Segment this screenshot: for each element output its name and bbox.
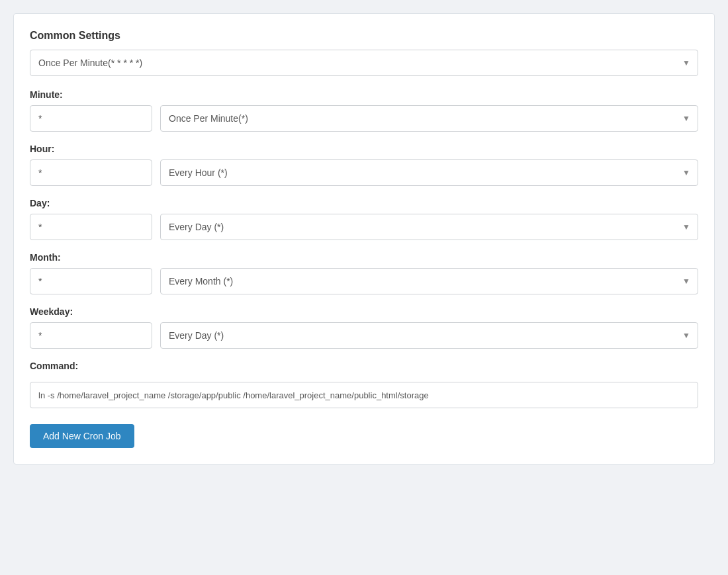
minute-select-wrapper: Once Per Minute(*) ▼ — [160, 105, 698, 132]
weekday-select-wrapper: Every Day (*) ▼ — [160, 322, 698, 349]
day-row: Every Day (*) ▼ — [30, 214, 698, 240]
weekday-field-group: Weekday: Every Day (*) ▼ — [30, 306, 698, 349]
month-row: Every Month (*) ▼ — [30, 268, 698, 294]
weekday-label: Weekday: — [30, 306, 698, 317]
weekday-input[interactable] — [30, 322, 152, 349]
command-input[interactable] — [30, 382, 698, 408]
add-cron-job-button[interactable]: Add New Cron Job — [30, 424, 134, 448]
hour-input[interactable] — [30, 159, 152, 186]
common-select[interactable]: Once Per Minute(* * * * *) — [30, 50, 698, 76]
command-label: Command: — [30, 361, 698, 371]
minute-input[interactable] — [30, 105, 152, 132]
day-select[interactable]: Every Day (*) — [160, 214, 698, 240]
common-settings-row: Once Per Minute(* * * * *) ▼ — [30, 50, 698, 76]
day-field-group: Day: Every Day (*) ▼ — [30, 198, 698, 240]
hour-label: Hour: — [30, 144, 698, 154]
minute-row: Once Per Minute(*) ▼ — [30, 105, 698, 132]
weekday-row: Every Day (*) ▼ — [30, 322, 698, 349]
cron-settings-panel: Common Settings Once Per Minute(* * * * … — [13, 13, 715, 464]
month-input[interactable] — [30, 268, 152, 294]
minute-label: Minute: — [30, 89, 698, 100]
day-select-wrapper: Every Day (*) ▼ — [160, 214, 698, 240]
command-section: Command: — [30, 361, 698, 408]
hour-select-wrapper: Every Hour (*) ▼ — [160, 159, 698, 186]
month-select[interactable]: Every Month (*) — [160, 268, 698, 294]
common-select-wrapper: Once Per Minute(* * * * *) ▼ — [30, 50, 698, 76]
minute-field-group: Minute: Once Per Minute(*) ▼ — [30, 89, 698, 132]
day-label: Day: — [30, 198, 698, 208]
day-input[interactable] — [30, 214, 152, 240]
hour-field-group: Hour: Every Hour (*) ▼ — [30, 144, 698, 186]
minute-select[interactable]: Once Per Minute(*) — [160, 105, 698, 132]
month-field-group: Month: Every Month (*) ▼ — [30, 252, 698, 294]
month-label: Month: — [30, 252, 698, 263]
hour-row: Every Hour (*) ▼ — [30, 159, 698, 186]
hour-select[interactable]: Every Hour (*) — [160, 159, 698, 186]
section-title: Common Settings — [30, 30, 698, 42]
month-select-wrapper: Every Month (*) ▼ — [160, 268, 698, 294]
weekday-select[interactable]: Every Day (*) — [160, 322, 698, 349]
